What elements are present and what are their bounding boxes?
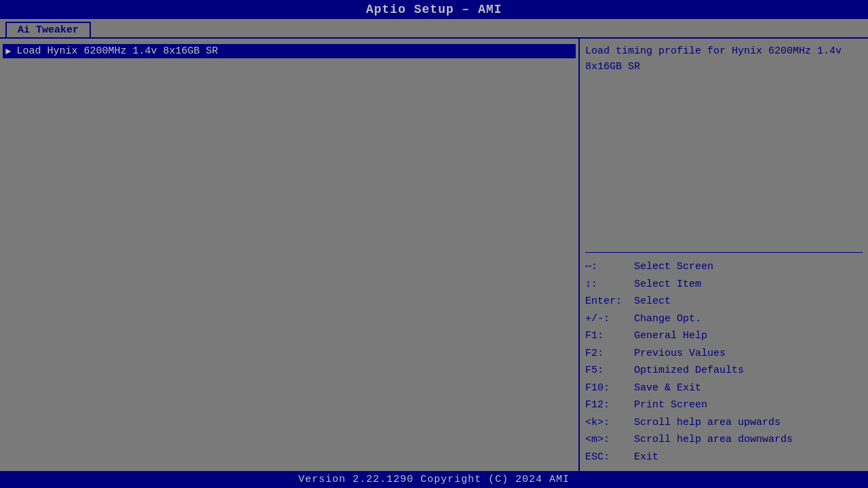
key-help-line: Enter: Select: [585, 293, 863, 310]
key-action: Save & Exit: [634, 380, 701, 397]
key-action: Print Screen: [634, 396, 707, 414]
key-label: <m>:: [585, 431, 634, 449]
key-label: ↔:: [585, 258, 634, 276]
key-label: F1:: [585, 327, 634, 345]
key-action: Optimized Defaults: [634, 362, 744, 380]
key-help-line: F12: Print Screen: [585, 396, 863, 414]
left-panel: ► Load Hynix 6200MHz 1.4v 8x16GB SR: [0, 39, 580, 471]
key-action: Change Opt.: [634, 310, 701, 328]
key-action: General Help: [634, 327, 707, 345]
tab-ai-tweaker[interactable]: Ai Tweaker: [5, 22, 91, 37]
divider: [585, 252, 863, 253]
title-label: Aptio Setup – AMI: [366, 3, 502, 16]
footer-label: Version 2.22.1290 Copyright (C) 2024 AMI: [298, 474, 570, 485]
key-label: +/-:: [585, 310, 634, 328]
footer: Version 2.22.1290 Copyright (C) 2024 AMI: [0, 471, 868, 488]
key-action: Scroll help area downwards: [634, 431, 793, 449]
main-area: ► Load Hynix 6200MHz 1.4v 8x16GB SR Load…: [0, 37, 868, 471]
key-help-line: <m>: Scroll help area downwards: [585, 431, 863, 449]
key-help: ↔: Select Screen↕: Select ItemEnter: Sel…: [585, 258, 863, 466]
key-label: ESC:: [585, 449, 634, 466]
menu-item-load-hynix[interactable]: ► Load Hynix 6200MHz 1.4v 8x16GB SR: [3, 44, 576, 58]
menu-item-arrow: ►: [5, 46, 11, 57]
key-label: F2:: [585, 345, 634, 363]
key-help-line: ↔: Select Screen: [585, 258, 863, 276]
key-label: <k>:: [585, 414, 634, 432]
key-help-line: <k>: Scroll help area upwards: [585, 414, 863, 432]
key-help-line: ESC: Exit: [585, 449, 863, 466]
key-help-line: F1: General Help: [585, 327, 863, 345]
key-label: F12:: [585, 396, 634, 414]
title-bar: Aptio Setup – AMI: [0, 0, 868, 19]
key-label: F5:: [585, 362, 634, 380]
key-action: Previous Values: [634, 345, 726, 363]
key-help-line: +/-: Change Opt.: [585, 310, 863, 328]
right-panel: Load timing profile for Hynix 6200MHz 1.…: [580, 39, 868, 471]
key-label: F10:: [585, 380, 634, 397]
tab-row: Ai Tweaker: [0, 19, 868, 37]
key-action: Select: [634, 293, 671, 310]
key-help-line: F5: Optimized Defaults: [585, 362, 863, 380]
app: Aptio Setup – AMI Ai Tweaker ► Load Hyni…: [0, 0, 868, 488]
key-label: Enter:: [585, 293, 634, 310]
key-help-line: F10: Save & Exit: [585, 380, 863, 397]
key-action: Scroll help area upwards: [634, 414, 781, 432]
menu-item-label: Load Hynix 6200MHz 1.4v 8x16GB SR: [16, 45, 218, 57]
key-help-line: ↕: Select Item: [585, 276, 863, 293]
key-help-line: F2: Previous Values: [585, 345, 863, 363]
key-action: Select Screen: [634, 258, 713, 276]
key-action: Exit: [634, 449, 658, 466]
key-action: Select Item: [634, 276, 701, 293]
key-label: ↕:: [585, 276, 634, 293]
help-text: Load timing profile for Hynix 6200MHz 1.…: [585, 44, 863, 247]
